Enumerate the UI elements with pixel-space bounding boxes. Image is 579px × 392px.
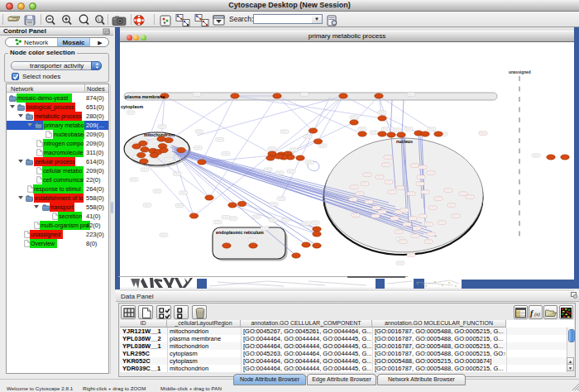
svg-text:cytoplasm: cytoplasm [121,104,143,109]
svg-text:nucleus: nucleus [396,139,413,144]
svg-text:plasma membrane: plasma membrane [125,94,165,99]
svg-text:(x): (x) [534,312,540,317]
svg-text:unassigned: unassigned [509,70,531,74]
svg-text:1:1: 1:1 [98,17,103,22]
svg-text:mitochondrion: mitochondrion [144,132,175,137]
svg-text:endoplasmic reticulum: endoplasmic reticulum [216,230,264,235]
